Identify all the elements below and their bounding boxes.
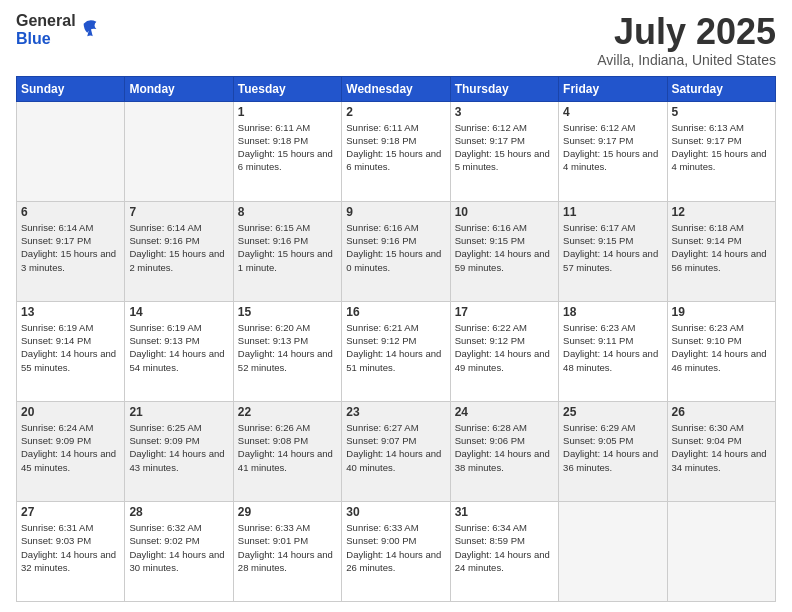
calendar-day-cell: 15Sunrise: 6:20 AMSunset: 9:13 PMDayligh… xyxy=(233,301,341,401)
day-number: 21 xyxy=(129,405,228,419)
calendar-day-cell: 28Sunrise: 6:32 AMSunset: 9:02 PMDayligh… xyxy=(125,501,233,601)
day-number: 15 xyxy=(238,305,337,319)
calendar-day-cell: 18Sunrise: 6:23 AMSunset: 9:11 PMDayligh… xyxy=(559,301,667,401)
day-number: 30 xyxy=(346,505,445,519)
day-info: Sunrise: 6:26 AMSunset: 9:08 PMDaylight:… xyxy=(238,421,337,474)
day-number: 16 xyxy=(346,305,445,319)
day-number: 5 xyxy=(672,105,771,119)
day-info: Sunrise: 6:24 AMSunset: 9:09 PMDaylight:… xyxy=(21,421,120,474)
calendar-day-cell: 27Sunrise: 6:31 AMSunset: 9:03 PMDayligh… xyxy=(17,501,125,601)
day-info: Sunrise: 6:23 AMSunset: 9:10 PMDaylight:… xyxy=(672,321,771,374)
day-number: 9 xyxy=(346,205,445,219)
day-number: 14 xyxy=(129,305,228,319)
calendar-day-cell: 20Sunrise: 6:24 AMSunset: 9:09 PMDayligh… xyxy=(17,401,125,501)
calendar-day-cell: 4Sunrise: 6:12 AMSunset: 9:17 PMDaylight… xyxy=(559,101,667,201)
calendar-day-cell: 11Sunrise: 6:17 AMSunset: 9:15 PMDayligh… xyxy=(559,201,667,301)
calendar-week-row: 20Sunrise: 6:24 AMSunset: 9:09 PMDayligh… xyxy=(17,401,776,501)
calendar-day-cell: 17Sunrise: 6:22 AMSunset: 9:12 PMDayligh… xyxy=(450,301,558,401)
calendar-day-cell: 3Sunrise: 6:12 AMSunset: 9:17 PMDaylight… xyxy=(450,101,558,201)
day-number: 22 xyxy=(238,405,337,419)
day-number: 25 xyxy=(563,405,662,419)
day-info: Sunrise: 6:32 AMSunset: 9:02 PMDaylight:… xyxy=(129,521,228,574)
logo: General Blue xyxy=(16,12,100,47)
day-number: 11 xyxy=(563,205,662,219)
day-info: Sunrise: 6:12 AMSunset: 9:17 PMDaylight:… xyxy=(563,121,662,174)
day-number: 10 xyxy=(455,205,554,219)
day-info: Sunrise: 6:17 AMSunset: 9:15 PMDaylight:… xyxy=(563,221,662,274)
day-number: 26 xyxy=(672,405,771,419)
day-number: 4 xyxy=(563,105,662,119)
day-info: Sunrise: 6:30 AMSunset: 9:04 PMDaylight:… xyxy=(672,421,771,474)
calendar-day-cell: 16Sunrise: 6:21 AMSunset: 9:12 PMDayligh… xyxy=(342,301,450,401)
day-number: 31 xyxy=(455,505,554,519)
day-info: Sunrise: 6:31 AMSunset: 9:03 PMDaylight:… xyxy=(21,521,120,574)
calendar-day-cell: 30Sunrise: 6:33 AMSunset: 9:00 PMDayligh… xyxy=(342,501,450,601)
day-number: 19 xyxy=(672,305,771,319)
calendar-day-cell: 25Sunrise: 6:29 AMSunset: 9:05 PMDayligh… xyxy=(559,401,667,501)
day-number: 1 xyxy=(238,105,337,119)
day-info: Sunrise: 6:18 AMSunset: 9:14 PMDaylight:… xyxy=(672,221,771,274)
logo-text: General Blue xyxy=(16,12,76,47)
day-info: Sunrise: 6:11 AMSunset: 9:18 PMDaylight:… xyxy=(238,121,337,174)
calendar-table: SundayMondayTuesdayWednesdayThursdayFrid… xyxy=(16,76,776,602)
day-info: Sunrise: 6:20 AMSunset: 9:13 PMDaylight:… xyxy=(238,321,337,374)
calendar-week-row: 6Sunrise: 6:14 AMSunset: 9:17 PMDaylight… xyxy=(17,201,776,301)
calendar-day-header: Saturday xyxy=(667,76,775,101)
calendar-day-header: Thursday xyxy=(450,76,558,101)
location: Avilla, Indiana, United States xyxy=(597,52,776,68)
day-number: 23 xyxy=(346,405,445,419)
logo-general: General xyxy=(16,12,76,30)
calendar-day-cell: 7Sunrise: 6:14 AMSunset: 9:16 PMDaylight… xyxy=(125,201,233,301)
calendar-day-cell: 8Sunrise: 6:15 AMSunset: 9:16 PMDaylight… xyxy=(233,201,341,301)
day-number: 8 xyxy=(238,205,337,219)
calendar-day-header: Sunday xyxy=(17,76,125,101)
day-number: 6 xyxy=(21,205,120,219)
calendar-day-cell: 6Sunrise: 6:14 AMSunset: 9:17 PMDaylight… xyxy=(17,201,125,301)
day-number: 17 xyxy=(455,305,554,319)
day-info: Sunrise: 6:19 AMSunset: 9:14 PMDaylight:… xyxy=(21,321,120,374)
day-info: Sunrise: 6:27 AMSunset: 9:07 PMDaylight:… xyxy=(346,421,445,474)
day-info: Sunrise: 6:23 AMSunset: 9:11 PMDaylight:… xyxy=(563,321,662,374)
calendar-day-cell: 31Sunrise: 6:34 AMSunset: 8:59 PMDayligh… xyxy=(450,501,558,601)
day-info: Sunrise: 6:16 AMSunset: 9:16 PMDaylight:… xyxy=(346,221,445,274)
day-number: 3 xyxy=(455,105,554,119)
calendar-day-header: Wednesday xyxy=(342,76,450,101)
day-number: 7 xyxy=(129,205,228,219)
calendar-week-row: 27Sunrise: 6:31 AMSunset: 9:03 PMDayligh… xyxy=(17,501,776,601)
day-number: 24 xyxy=(455,405,554,419)
day-info: Sunrise: 6:33 AMSunset: 9:01 PMDaylight:… xyxy=(238,521,337,574)
day-info: Sunrise: 6:12 AMSunset: 9:17 PMDaylight:… xyxy=(455,121,554,174)
calendar-day-cell: 23Sunrise: 6:27 AMSunset: 9:07 PMDayligh… xyxy=(342,401,450,501)
calendar-day-header: Tuesday xyxy=(233,76,341,101)
day-info: Sunrise: 6:16 AMSunset: 9:15 PMDaylight:… xyxy=(455,221,554,274)
calendar-day-header: Friday xyxy=(559,76,667,101)
day-info: Sunrise: 6:28 AMSunset: 9:06 PMDaylight:… xyxy=(455,421,554,474)
calendar-day-cell: 2Sunrise: 6:11 AMSunset: 9:18 PMDaylight… xyxy=(342,101,450,201)
calendar-header-row: SundayMondayTuesdayWednesdayThursdayFrid… xyxy=(17,76,776,101)
day-number: 12 xyxy=(672,205,771,219)
day-number: 28 xyxy=(129,505,228,519)
calendar-day-cell: 5Sunrise: 6:13 AMSunset: 9:17 PMDaylight… xyxy=(667,101,775,201)
calendar-day-cell xyxy=(125,101,233,201)
calendar-day-cell: 13Sunrise: 6:19 AMSunset: 9:14 PMDayligh… xyxy=(17,301,125,401)
page: General Blue July 2025 Avilla, Indiana, … xyxy=(0,0,792,612)
header: General Blue July 2025 Avilla, Indiana, … xyxy=(16,12,776,68)
calendar-day-cell xyxy=(559,501,667,601)
day-info: Sunrise: 6:19 AMSunset: 9:13 PMDaylight:… xyxy=(129,321,228,374)
calendar-day-cell: 29Sunrise: 6:33 AMSunset: 9:01 PMDayligh… xyxy=(233,501,341,601)
day-info: Sunrise: 6:21 AMSunset: 9:12 PMDaylight:… xyxy=(346,321,445,374)
calendar-day-cell: 14Sunrise: 6:19 AMSunset: 9:13 PMDayligh… xyxy=(125,301,233,401)
day-info: Sunrise: 6:25 AMSunset: 9:09 PMDaylight:… xyxy=(129,421,228,474)
calendar-day-cell: 22Sunrise: 6:26 AMSunset: 9:08 PMDayligh… xyxy=(233,401,341,501)
calendar-day-cell: 21Sunrise: 6:25 AMSunset: 9:09 PMDayligh… xyxy=(125,401,233,501)
calendar-day-cell: 26Sunrise: 6:30 AMSunset: 9:04 PMDayligh… xyxy=(667,401,775,501)
logo-blue: Blue xyxy=(16,30,76,48)
calendar-day-cell: 10Sunrise: 6:16 AMSunset: 9:15 PMDayligh… xyxy=(450,201,558,301)
calendar-day-cell: 19Sunrise: 6:23 AMSunset: 9:10 PMDayligh… xyxy=(667,301,775,401)
day-info: Sunrise: 6:22 AMSunset: 9:12 PMDaylight:… xyxy=(455,321,554,374)
day-info: Sunrise: 6:33 AMSunset: 9:00 PMDaylight:… xyxy=(346,521,445,574)
day-info: Sunrise: 6:11 AMSunset: 9:18 PMDaylight:… xyxy=(346,121,445,174)
day-info: Sunrise: 6:14 AMSunset: 9:17 PMDaylight:… xyxy=(21,221,120,274)
day-info: Sunrise: 6:34 AMSunset: 8:59 PMDaylight:… xyxy=(455,521,554,574)
calendar-day-cell: 1Sunrise: 6:11 AMSunset: 9:18 PMDaylight… xyxy=(233,101,341,201)
